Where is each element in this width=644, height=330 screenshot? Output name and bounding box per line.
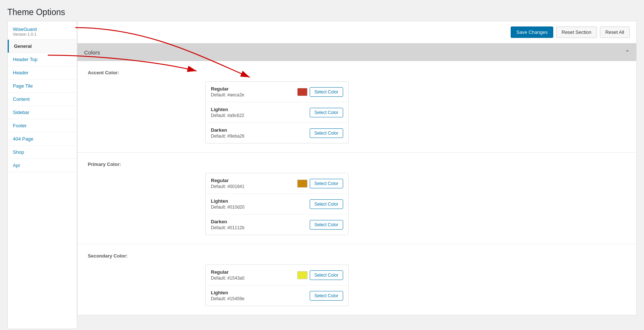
color-option-row-secondary-regular: RegularDefault: #1543a0Select Color [206, 265, 348, 285]
color-option-default-primary-darken: Default: #01112b [211, 225, 310, 230]
color-option-default-accent-regular: Default: #aeca2e [211, 92, 297, 97]
color-option-info-secondary-lighten: LightenDefault: #15459e [211, 290, 310, 301]
sidebar-item-sidebar[interactable]: Sidebar [8, 106, 77, 119]
color-group-label-primary: Primary Color: [88, 162, 626, 167]
color-option-row-primary-darken: DarkenDefault: #01112bSelect Color [206, 214, 348, 235]
sidebar-item-page-tile[interactable]: Page Tile [8, 79, 77, 93]
sidebar-item-shop[interactable]: Shop [8, 146, 77, 159]
page-title: Theme Options [0, 0, 644, 21]
section-header: Colors ⌃ [78, 44, 636, 61]
colors-section: Colors ⌃ Accent Color:RegularDefault: #a… [77, 43, 637, 315]
color-option-info-secondary-regular: RegularDefault: #1543a0 [211, 269, 297, 281]
color-option-row-primary-lighten: LightenDefault: #010d20Select Color [206, 194, 348, 214]
sidebar-link-shop[interactable]: Shop [8, 146, 77, 159]
color-options-box-secondary: RegularDefault: #1543a0Select ColorLight… [205, 265, 349, 306]
sidebar-link-header-top[interactable]: Header Top [8, 53, 77, 66]
reset-all-button[interactable]: Reset All [600, 26, 630, 38]
sidebar-version: Version 1.0.1 [13, 32, 72, 36]
sidebar-link-content[interactable]: Content [8, 93, 77, 106]
color-option-row-accent-regular: RegularDefault: #aeca2eSelect Color [206, 82, 348, 102]
sidebar-item-content[interactable]: Content [8, 93, 77, 106]
color-group-label-accent: Accent Color: [88, 70, 626, 75]
select-color-button-accent-darken[interactable]: Select Color [310, 128, 343, 138]
reset-section-button[interactable]: Reset Section [556, 26, 597, 38]
color-group-accent: Accent Color:RegularDefault: #aeca2eSele… [78, 61, 636, 153]
color-option-actions-accent-lighten: Select Color [310, 108, 343, 117]
color-option-row-secondary-lighten: LightenDefault: #15459eSelect Color [206, 285, 348, 306]
color-group-label-secondary: Secondary Color: [88, 253, 626, 259]
color-option-info-accent-regular: RegularDefault: #aeca2e [211, 86, 297, 97]
color-option-default-primary-lighten: Default: #010d20 [211, 205, 310, 210]
color-option-actions-primary-darken: Select Color [310, 220, 343, 230]
color-swatch-accent-regular[interactable] [297, 88, 307, 96]
sidebar-item-header[interactable]: Header [8, 66, 77, 79]
color-option-default-primary-regular: Default: #001841 [211, 184, 297, 189]
color-option-default-accent-lighten: Default: #a9c622 [211, 113, 310, 118]
sidebar-link-sidebar[interactable]: Sidebar [8, 106, 77, 119]
sidebar-item-404-page[interactable]: 404 Page [8, 132, 77, 146]
sidebar-item-api[interactable]: Api [8, 159, 77, 172]
color-option-actions-secondary-lighten: Select Color [310, 291, 343, 301]
section-title: Colors [84, 49, 100, 56]
color-option-name-accent-darken: Darken [211, 127, 310, 133]
color-option-name-primary-darken: Darken [211, 219, 310, 224]
main-content: Save Changes Reset Section Reset All Col… [77, 21, 637, 322]
select-color-button-accent-lighten[interactable]: Select Color [310, 108, 343, 117]
sidebar: WiseGuard Version 1.0.1 GeneralHeader To… [7, 21, 77, 329]
color-options-box-primary: RegularDefault: #001841Select ColorLight… [205, 173, 349, 235]
sidebar-nav: GeneralHeader TopHeaderPage TileContentS… [8, 40, 77, 172]
color-group-secondary: Secondary Color:RegularDefault: #1543a0S… [78, 244, 636, 315]
color-option-name-accent-regular: Regular [211, 86, 297, 92]
color-option-name-primary-regular: Regular [211, 178, 297, 183]
color-option-info-accent-darken: DarkenDefault: #9eba26 [211, 127, 310, 139]
color-option-name-secondary-lighten: Lighten [211, 290, 310, 295]
sidebar-link-404-page[interactable]: 404 Page [8, 132, 77, 145]
color-option-info-primary-regular: RegularDefault: #001841 [211, 178, 297, 189]
color-option-info-primary-darken: DarkenDefault: #01112b [211, 219, 310, 230]
color-options-box-accent: RegularDefault: #aeca2eSelect ColorLight… [205, 81, 349, 143]
section-body: Accent Color:RegularDefault: #aeca2eSele… [78, 61, 636, 315]
sidebar-logo: WiseGuard Version 1.0.1 [8, 21, 77, 40]
select-color-button-primary-lighten[interactable]: Select Color [310, 199, 343, 209]
sidebar-item-general[interactable]: General [8, 40, 77, 53]
color-option-actions-primary-regular: Select Color [297, 179, 343, 188]
sidebar-link-api[interactable]: Api [8, 159, 77, 172]
sidebar-item-header-top[interactable]: Header Top [8, 53, 77, 66]
color-option-name-primary-lighten: Lighten [211, 198, 310, 204]
color-option-row-accent-darken: DarkenDefault: #9eba26Select Color [206, 123, 348, 143]
color-option-actions-primary-lighten: Select Color [310, 199, 343, 209]
color-option-default-accent-darken: Default: #9eba26 [211, 134, 310, 139]
sidebar-link-footer[interactable]: Footer [8, 119, 77, 132]
section-collapse-icon[interactable]: ⌃ [625, 49, 630, 56]
top-bar: Save Changes Reset Section Reset All [77, 21, 637, 43]
color-option-row-accent-lighten: LightenDefault: #a9c622Select Color [206, 102, 348, 123]
sidebar-link-general[interactable]: General [8, 40, 77, 53]
color-option-name-accent-lighten: Lighten [211, 107, 310, 112]
color-option-info-primary-lighten: LightenDefault: #010d20 [211, 198, 310, 210]
select-color-button-primary-darken[interactable]: Select Color [310, 220, 343, 230]
select-color-button-secondary-lighten[interactable]: Select Color [310, 291, 343, 301]
color-option-info-accent-lighten: LightenDefault: #a9c622 [211, 107, 310, 118]
color-option-actions-accent-regular: Select Color [297, 87, 343, 97]
sidebar-logo-link[interactable]: WiseGuard [13, 26, 37, 32]
color-group-primary: Primary Color:RegularDefault: #001841Sel… [78, 153, 636, 244]
color-option-default-secondary-lighten: Default: #15459e [211, 296, 310, 301]
select-color-button-primary-regular[interactable]: Select Color [310, 179, 343, 188]
color-option-row-primary-regular: RegularDefault: #001841Select Color [206, 173, 348, 194]
color-swatch-primary-regular[interactable] [297, 180, 307, 188]
sidebar-item-footer[interactable]: Footer [8, 119, 77, 132]
color-swatch-secondary-regular[interactable] [297, 271, 307, 279]
save-changes-button[interactable]: Save Changes [511, 26, 553, 38]
sidebar-link-page-tile[interactable]: Page Tile [8, 79, 77, 92]
color-option-actions-secondary-regular: Select Color [297, 270, 343, 280]
color-option-name-secondary-regular: Regular [211, 269, 297, 275]
select-color-button-secondary-regular[interactable]: Select Color [310, 270, 343, 280]
select-color-button-accent-regular[interactable]: Select Color [310, 87, 343, 97]
sidebar-link-header[interactable]: Header [8, 66, 77, 79]
color-option-default-secondary-regular: Default: #1543a0 [211, 276, 297, 281]
color-option-actions-accent-darken: Select Color [310, 128, 343, 138]
